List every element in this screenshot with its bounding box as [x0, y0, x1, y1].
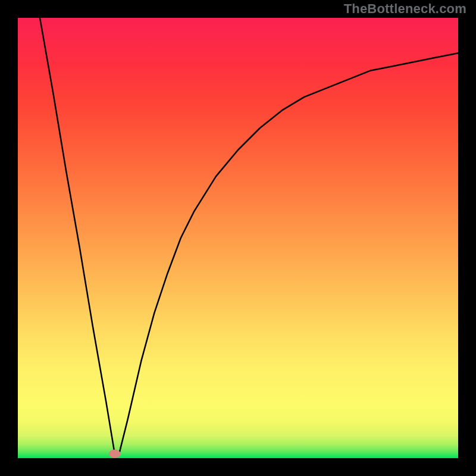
chart-container: TheBottleneck.com [0, 0, 476, 476]
plot-background [18, 18, 458, 458]
watermark-text: TheBottleneck.com [344, 1, 466, 17]
minimum-marker [109, 450, 121, 458]
bottleneck-curve-chart [0, 0, 476, 476]
